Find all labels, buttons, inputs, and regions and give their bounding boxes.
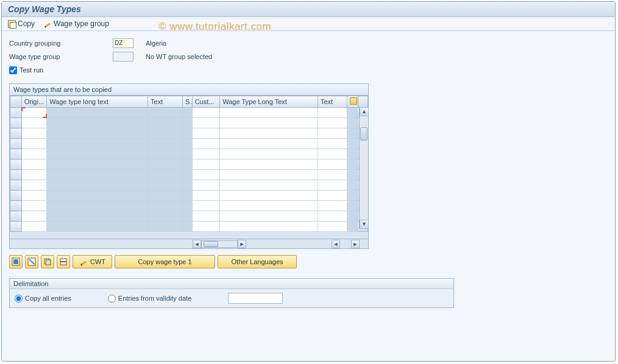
wage-type-group-field[interactable] bbox=[113, 52, 133, 61]
cell[interactable] bbox=[318, 149, 347, 159]
scroll-down-icon[interactable]: ▼ bbox=[360, 220, 369, 229]
col-long-text-1[interactable]: Wage type long text bbox=[47, 96, 148, 108]
copy-button[interactable]: Copy bbox=[8, 19, 35, 28]
cell[interactable] bbox=[21, 139, 46, 149]
cell[interactable] bbox=[220, 118, 318, 128]
col-customer[interactable]: Cust... bbox=[192, 96, 220, 108]
deselect-all-button[interactable] bbox=[25, 255, 38, 268]
row-selector[interactable] bbox=[10, 191, 22, 201]
cell[interactable] bbox=[148, 211, 183, 222]
cell[interactable] bbox=[192, 118, 220, 128]
row-selector[interactable] bbox=[10, 159, 22, 170]
cell[interactable] bbox=[183, 118, 193, 128]
row-selector[interactable] bbox=[10, 128, 22, 139]
copy-all-radio[interactable] bbox=[15, 295, 23, 303]
cell[interactable] bbox=[21, 170, 46, 180]
select-all-button[interactable] bbox=[9, 255, 23, 268]
cell[interactable] bbox=[47, 118, 148, 128]
h-thumb-1[interactable] bbox=[204, 241, 218, 247]
cell[interactable] bbox=[318, 222, 347, 232]
table-row[interactable] bbox=[10, 149, 368, 159]
cell[interactable] bbox=[318, 128, 347, 139]
cell[interactable] bbox=[183, 159, 193, 170]
cell[interactable] bbox=[192, 201, 220, 211]
cell[interactable] bbox=[183, 180, 193, 191]
h-scroll-right-group[interactable]: ◄ ► bbox=[332, 239, 368, 248]
cell[interactable] bbox=[183, 128, 193, 139]
table-row[interactable] bbox=[10, 159, 368, 170]
col-original[interactable]: Origi... bbox=[21, 96, 46, 108]
cell[interactable] bbox=[192, 108, 220, 118]
cell[interactable] bbox=[148, 139, 183, 149]
cell[interactable] bbox=[192, 170, 220, 180]
cell[interactable] bbox=[148, 108, 183, 118]
col-text-2[interactable]: Text bbox=[318, 96, 347, 108]
table-row[interactable] bbox=[10, 180, 368, 191]
cell[interactable] bbox=[192, 191, 220, 201]
cell[interactable] bbox=[220, 159, 318, 170]
cell[interactable] bbox=[220, 149, 318, 159]
cell[interactable] bbox=[21, 149, 46, 159]
cell[interactable] bbox=[47, 139, 148, 149]
cell[interactable] bbox=[21, 118, 46, 128]
cell[interactable] bbox=[183, 170, 193, 180]
cell[interactable] bbox=[192, 222, 220, 232]
cell[interactable] bbox=[192, 159, 220, 170]
row-selector[interactable] bbox=[10, 139, 22, 149]
cell[interactable] bbox=[192, 149, 220, 159]
cell[interactable] bbox=[21, 180, 46, 191]
table-row[interactable] bbox=[10, 118, 368, 128]
cell[interactable] bbox=[21, 159, 46, 170]
cell[interactable] bbox=[47, 191, 148, 201]
table-row[interactable] bbox=[10, 201, 368, 211]
cell[interactable] bbox=[183, 139, 193, 149]
cell[interactable] bbox=[318, 191, 347, 201]
wage-type-group-button[interactable]: Wage type group bbox=[43, 19, 109, 28]
cwt-button[interactable]: CWT bbox=[73, 255, 112, 268]
cell[interactable] bbox=[192, 128, 220, 139]
row-selector[interactable] bbox=[10, 149, 22, 159]
cell[interactable] bbox=[183, 149, 193, 159]
table-row[interactable] bbox=[10, 191, 368, 201]
scroll-right-icon[interactable]: ► bbox=[238, 240, 246, 248]
country-grouping-field[interactable]: DZ bbox=[113, 38, 133, 48]
cell[interactable] bbox=[318, 180, 347, 191]
cell[interactable] bbox=[21, 211, 46, 222]
cell[interactable] bbox=[47, 180, 148, 191]
row-selector[interactable] bbox=[10, 170, 22, 180]
cell[interactable] bbox=[318, 139, 347, 149]
cell[interactable] bbox=[47, 211, 148, 222]
cell[interactable] bbox=[148, 149, 183, 159]
col-long-text-2[interactable]: Wage Type Long Text bbox=[220, 96, 318, 108]
wage-types-table[interactable]: Origi... Wage type long text Text S Cust… bbox=[10, 96, 368, 232]
cell[interactable] bbox=[21, 108, 46, 118]
cell[interactable] bbox=[192, 211, 220, 222]
cell[interactable] bbox=[183, 201, 193, 211]
table-row[interactable] bbox=[10, 108, 368, 118]
cell[interactable] bbox=[220, 170, 318, 180]
row-selector[interactable] bbox=[10, 118, 22, 128]
cell[interactable] bbox=[47, 170, 148, 180]
cell[interactable] bbox=[148, 222, 183, 232]
cell[interactable] bbox=[220, 222, 318, 232]
cell[interactable] bbox=[220, 180, 318, 191]
cell[interactable] bbox=[220, 211, 318, 222]
cell[interactable] bbox=[183, 191, 193, 201]
cell[interactable] bbox=[318, 201, 347, 211]
row-selector[interactable] bbox=[10, 201, 22, 211]
entries-from-option[interactable]: Entries from validity date bbox=[108, 295, 191, 303]
cell[interactable] bbox=[47, 159, 148, 170]
other-languages-button[interactable]: Other Languages bbox=[218, 255, 297, 268]
cell[interactable] bbox=[21, 191, 46, 201]
row-selector[interactable] bbox=[10, 211, 22, 222]
cell[interactable] bbox=[148, 180, 183, 191]
cell[interactable] bbox=[148, 170, 183, 180]
row-selector[interactable] bbox=[10, 180, 22, 191]
table-row[interactable] bbox=[10, 128, 368, 139]
cell[interactable] bbox=[148, 191, 183, 201]
h-scroll-left-group[interactable]: ◄ ► bbox=[193, 239, 260, 248]
cell[interactable] bbox=[318, 211, 347, 222]
cell[interactable] bbox=[220, 108, 318, 118]
vertical-scrollbar[interactable]: ▲ ▼ bbox=[359, 107, 368, 229]
cell[interactable] bbox=[183, 222, 193, 232]
